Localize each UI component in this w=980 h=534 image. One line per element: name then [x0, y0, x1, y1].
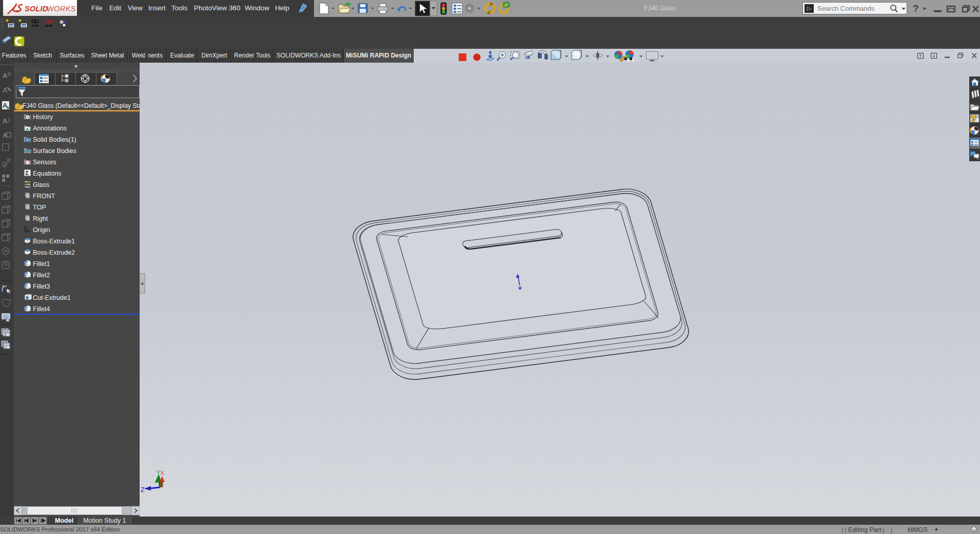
svg-text:SOLID: SOLID [25, 5, 48, 13]
svg-text:Right: Right [33, 215, 48, 222]
svg-text:Equations: Equations [33, 170, 62, 177]
svg-text:Fillet2: Fillet2 [33, 272, 50, 279]
svg-text:FRONT: FRONT [33, 193, 55, 200]
svg-text:✓: ✓ [504, 3, 508, 8]
svg-text:A: A [3, 102, 8, 109]
svg-text:?: ? [913, 3, 919, 14]
svg-text:TOP: TOP [33, 204, 46, 211]
svg-text:Σ: Σ [26, 170, 29, 176]
svg-text:Annotations: Annotations [33, 125, 67, 132]
svg-text:Fillet1: Fillet1 [33, 260, 50, 268]
svg-text:Glass: Glass [33, 181, 49, 188]
svg-text:Cut-Extrude1: Cut-Extrude1 [33, 294, 71, 301]
svg-text:Origin: Origin [33, 226, 50, 234]
svg-text:Fillet4: Fillet4 [33, 306, 50, 313]
svg-text:Surface Bodies: Surface Bodies [33, 147, 76, 155]
svg-text:Fillet3: Fillet3 [33, 283, 50, 290]
svg-text:Z: Z [141, 486, 145, 494]
svg-text:Boss-Extrude1: Boss-Extrude1 [33, 238, 75, 245]
svg-text:Boss-Extrude2: Boss-Extrude2 [33, 249, 75, 256]
svg-text:A: A [3, 86, 8, 94]
svg-text:Solid Bodies(1): Solid Bodies(1) [33, 136, 76, 143]
svg-text:A: A [26, 127, 29, 132]
svg-text:FJ40 Glass (Default<<Default>: FJ40 Glass (Default<<Default>_Display St… [23, 102, 140, 109]
svg-text:A: A [3, 143, 8, 151]
svg-text:Sensors: Sensors [33, 159, 56, 166]
svg-text:A: A [3, 117, 8, 125]
svg-text:WORKS: WORKS [47, 5, 75, 13]
svg-text:History: History [33, 113, 53, 121]
svg-text:A: A [3, 72, 8, 80]
